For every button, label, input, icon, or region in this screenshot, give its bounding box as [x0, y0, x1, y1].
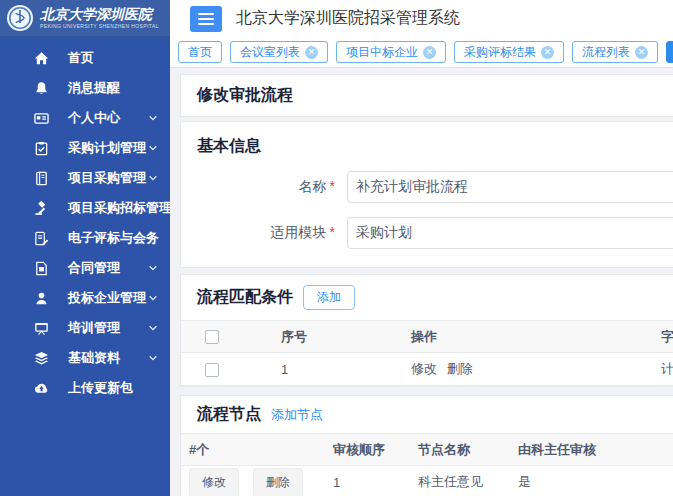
cell-order: 1 [325, 466, 410, 496]
id-card-icon [34, 110, 50, 126]
hospital-name: 北京大学深圳医院 [40, 7, 159, 21]
col-header-dept: 由科主任审核 [510, 434, 673, 466]
delete-button[interactable]: 删除 [253, 468, 303, 496]
contract-icon [34, 260, 50, 276]
chevron-down-icon [148, 113, 158, 123]
tab-home[interactable]: 首页 [178, 41, 222, 63]
edit-link[interactable]: 修改 [411, 361, 437, 376]
app-title: 北京大学深圳医院招采管理系统 [236, 8, 460, 29]
required-mark: * [330, 178, 335, 194]
sidebar-item-procurement-plan[interactable]: 采购计划管理 [0, 133, 170, 163]
name-input[interactable] [347, 171, 673, 203]
chevron-down-icon [148, 233, 158, 243]
sidebar-menu: 首页 消息提醒 个人中心 采购计划管理 [0, 37, 170, 403]
chevron-down-icon [148, 203, 158, 213]
close-icon[interactable]: ✕ [541, 46, 554, 59]
edit-button[interactable]: 修改 [189, 468, 239, 496]
sidebar-item-e-evaluation[interactable]: 电子评标与会务 [0, 223, 170, 253]
content-area: 修改审批流程 基本信息 名称* 适用模块* [170, 68, 673, 496]
section-title-match-conditions: 流程匹配条件 [197, 287, 293, 308]
process-nodes-card: 流程节点 添加节点 #个 审核顺序 节点名称 由科主任审核 [180, 395, 673, 496]
tab-bar: 首页 会议室列表 ✕ 项目中标企业 ✕ 采购评标结果 ✕ 流程列表 ✕ 流程 ✕ [170, 37, 673, 68]
table-row: 1 修改 删除 计 [181, 353, 673, 386]
select-all-checkbox[interactable] [205, 330, 219, 344]
hospital-emblem-icon [6, 4, 34, 32]
table-row: 修改 删除 1 科主任意见 是 [181, 466, 673, 496]
document-pen-icon [34, 230, 50, 246]
user-icon [34, 290, 50, 306]
process-nodes-table: #个 审核顺序 节点名称 由科主任审核 修改 删除 [181, 433, 673, 496]
clipboard-icon [34, 140, 50, 156]
delete-link[interactable]: 删除 [447, 361, 473, 376]
sidebar: 北京大学深圳医院 PEKING UNIVERSITY SHENZHEN HOSP… [0, 0, 170, 496]
row-checkbox[interactable] [205, 363, 219, 377]
chevron-down-icon [148, 173, 158, 183]
table-header-row: 序号 操作 字 [181, 321, 673, 353]
chevron-down-icon [148, 143, 158, 153]
sidebar-item-bidder-enterprises[interactable]: 投标企业管理 [0, 283, 170, 313]
cell-seq: 1 [257, 353, 387, 386]
section-title-basic-info: 基本信息 [197, 136, 673, 157]
chevron-down-icon [148, 293, 158, 303]
tab-process[interactable]: 流程 ✕ [666, 41, 673, 63]
sidebar-item-contract-management[interactable]: 合同管理 [0, 253, 170, 283]
cloud-upload-icon [34, 380, 50, 396]
col-header-op: #个 [181, 434, 325, 466]
required-mark: * [330, 224, 335, 240]
col-header-order: 审核顺序 [325, 434, 410, 466]
name-label: 名称* [197, 178, 335, 196]
cell-op: 修改 删除 [181, 466, 325, 496]
close-icon[interactable]: ✕ [305, 46, 318, 59]
sidebar-item-messages[interactable]: 消息提醒 [0, 73, 170, 103]
basic-info-card: 基本信息 名称* 适用模块* [180, 121, 673, 268]
cell-clipped: 计 [637, 353, 673, 386]
tab-evaluation-results[interactable]: 采购评标结果 ✕ [454, 41, 564, 63]
hospital-logo: 北京大学深圳医院 PEKING UNIVERSITY SHENZHEN HOSP… [0, 0, 170, 37]
col-header-op: 操作 [387, 321, 637, 353]
sidebar-item-upload-package[interactable]: 上传更新包 [0, 373, 170, 403]
name-field-row: 名称* [197, 171, 673, 203]
module-input[interactable] [347, 217, 673, 249]
chevron-down-icon [148, 353, 158, 363]
book-icon [34, 170, 50, 186]
tab-process-list[interactable]: 流程列表 ✕ [572, 41, 658, 63]
layers-icon [34, 350, 50, 366]
app-window: 北京大学深圳医院 PEKING UNIVERSITY SHENZHEN HOSP… [0, 0, 673, 496]
sidebar-item-project-procurement[interactable]: 项目采购管理 [0, 163, 170, 193]
top-header: 北京大学深圳医院招采管理系统 [170, 0, 673, 37]
presentation-icon [34, 320, 50, 336]
match-conditions-table: 序号 操作 字 1 修改 删除 [181, 320, 673, 386]
match-conditions-card: 流程匹配条件 添加 序号 操作 字 [180, 274, 673, 387]
bell-icon [34, 80, 50, 96]
add-condition-button[interactable]: 添加 [303, 285, 355, 310]
sidebar-item-home[interactable]: 首页 [0, 43, 170, 73]
cell-name: 科主任意见 [410, 466, 510, 496]
cell-dept: 是 [510, 466, 673, 496]
home-icon [34, 50, 50, 66]
chevron-down-icon [148, 263, 158, 273]
hospital-name-en: PEKING UNIVERSITY SHENZHEN HOSPITAL [40, 24, 159, 29]
add-node-link[interactable]: 添加节点 [271, 406, 323, 424]
close-icon[interactable]: ✕ [423, 46, 436, 59]
module-field-row: 适用模块* [197, 217, 673, 249]
sidebar-toggle-button[interactable] [190, 6, 222, 32]
tab-winning-enterprises[interactable]: 项目中标企业 ✕ [336, 41, 446, 63]
sidebar-item-training-management[interactable]: 培训管理 [0, 313, 170, 343]
tab-meeting-room-list[interactable]: 会议室列表 ✕ [230, 41, 328, 63]
chevron-down-icon [148, 323, 158, 333]
page-title: 修改审批流程 [197, 85, 673, 106]
page-title-card: 修改审批流程 [180, 74, 673, 117]
col-header-clipped: 字 [637, 321, 673, 353]
sidebar-item-bidding-management[interactable]: 项目采购招标管理 [0, 193, 170, 223]
section-title-process-nodes: 流程节点 [197, 404, 261, 425]
sidebar-item-personal-center[interactable]: 个人中心 [0, 103, 170, 133]
col-header-name: 节点名称 [410, 434, 510, 466]
cell-op: 修改 删除 [387, 353, 637, 386]
sidebar-item-basic-data[interactable]: 基础资料 [0, 343, 170, 373]
module-label: 适用模块* [197, 224, 335, 242]
main-area: 北京大学深圳医院招采管理系统 首页 会议室列表 ✕ 项目中标企业 ✕ 采购评标结… [170, 0, 673, 496]
col-header-seq: 序号 [257, 321, 387, 353]
table-header-row: #个 审核顺序 节点名称 由科主任审核 [181, 434, 673, 466]
close-icon[interactable]: ✕ [635, 46, 648, 59]
gavel-icon [34, 200, 50, 216]
